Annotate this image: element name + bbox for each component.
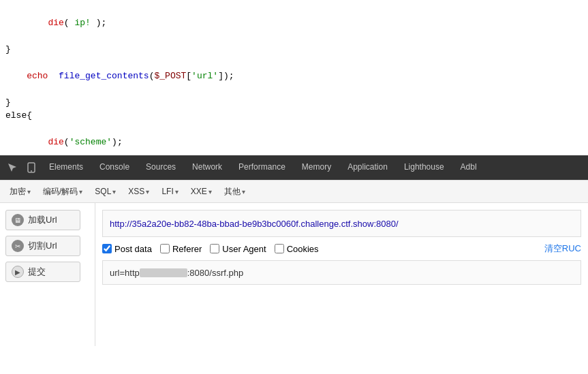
tab-application[interactable]: Application — [339, 155, 396, 180]
tab-network[interactable]: Network — [184, 155, 230, 180]
code-line: die( ip! ); — [5, 3, 583, 43]
other-arrow: ▾ — [242, 188, 245, 196]
lfi-button[interactable]: LFI ▾ — [157, 185, 182, 198]
encode-arrow: ▾ — [79, 188, 82, 196]
tab-lighthouse[interactable]: Lighthouse — [396, 155, 452, 180]
post-data-blurred — [140, 268, 187, 277]
xxe-arrow: ▾ — [208, 188, 212, 196]
post-data-suffix: :8080/ssrf.php — [187, 268, 243, 278]
submit-button[interactable]: ▶ 提交 — [5, 262, 80, 282]
sql-label: SQL — [95, 187, 111, 196]
tab-elements[interactable]: Elements — [41, 155, 91, 180]
tab-performance[interactable]: Performance — [230, 155, 294, 180]
cursor-icon[interactable] — [3, 158, 22, 177]
submit-icon: ▶ — [12, 266, 24, 278]
xxe-label: XXE — [191, 187, 207, 196]
referer-checkbox[interactable] — [160, 244, 170, 253]
cookies-option[interactable]: Cookies — [275, 244, 319, 254]
tab-console[interactable]: Console — [91, 155, 138, 180]
options-row: Post data Referer User Agent Cookies 清空R… — [102, 243, 581, 255]
code-line: die('scheme'); — [5, 123, 583, 156]
user-agent-checkbox[interactable] — [210, 244, 219, 253]
devtools-bar: Elements Console Sources Network Perform… — [0, 155, 588, 180]
code-line: } — [5, 96, 583, 110]
xss-button[interactable]: XSS ▾ — [124, 185, 153, 198]
url-value: http://35a2a20e-bb82-48ba-bbad-be9b3bc00… — [110, 219, 399, 229]
xxe-button[interactable]: XXE ▾ — [187, 185, 216, 198]
xss-label: XSS — [128, 187, 144, 196]
user-agent-label: User Agent — [222, 244, 266, 254]
cookies-checkbox[interactable] — [275, 244, 284, 253]
load-url-label: 加载Url — [28, 214, 57, 226]
user-agent-option[interactable]: User Agent — [210, 244, 266, 254]
post-data-checkbox[interactable] — [102, 244, 112, 253]
tab-sources[interactable]: Sources — [138, 155, 184, 180]
clear-ruc-button[interactable]: 清空RUC — [544, 243, 581, 255]
left-panel: 🖥 加载Url ✂ 切割Url ▶ 提交 — [0, 203, 95, 346]
url-input-box[interactable]: http://35a2a20e-bb82-48ba-bbad-be9b3bc00… — [102, 210, 581, 237]
other-label: 其他 — [224, 186, 241, 198]
toolbar: 加密 ▾ 编码/解码 ▾ SQL ▾ XSS ▾ LFI ▾ XXE ▾ 其他 … — [0, 180, 588, 203]
code-area: die( ip! ); } echo file_get_contents($_P… — [0, 0, 588, 155]
xss-arrow: ▾ — [146, 188, 149, 196]
encrypt-arrow: ▾ — [27, 188, 31, 196]
mobile-icon[interactable] — [22, 158, 41, 177]
sql-button[interactable]: SQL ▾ — [91, 185, 120, 198]
encrypt-button[interactable]: 加密 ▾ — [5, 185, 35, 199]
tab-memory[interactable]: Memory — [294, 155, 339, 180]
code-line: else{ — [5, 109, 583, 123]
encrypt-label: 加密 — [10, 186, 26, 198]
referer-label: Referer — [172, 244, 202, 254]
referer-option[interactable]: Referer — [160, 244, 202, 254]
post-data-prefix: url=http — [110, 268, 140, 278]
main-panel: 🖥 加载Url ✂ 切割Url ▶ 提交 http://35a2a20e-bb8… — [0, 203, 588, 346]
post-data-box[interactable]: url=http :8080/ssrf.php — [102, 260, 581, 285]
encode-button[interactable]: 编码/解码 ▾ — [39, 185, 87, 199]
lfi-arrow: ▾ — [175, 188, 179, 196]
cut-url-icon: ✂ — [12, 240, 24, 252]
cut-url-label: 切割Url — [28, 240, 57, 252]
svg-point-1 — [31, 170, 32, 172]
tab-adbl[interactable]: Adbl — [452, 155, 485, 180]
cookies-label: Cookies — [287, 244, 319, 254]
sql-arrow: ▾ — [112, 188, 116, 196]
right-panel: http://35a2a20e-bb82-48ba-bbad-be9b3bc00… — [95, 203, 588, 346]
load-url-button[interactable]: 🖥 加载Url — [5, 210, 80, 230]
post-data-option[interactable]: Post data — [102, 244, 152, 254]
other-button[interactable]: 其他 ▾ — [220, 185, 249, 199]
load-url-icon: 🖥 — [12, 214, 24, 226]
cut-url-button[interactable]: ✂ 切割Url — [5, 236, 80, 256]
encode-label: 编码/解码 — [43, 186, 78, 198]
code-line: echo file_get_contents($_POST['url']); — [5, 56, 583, 96]
code-line: } — [5, 43, 583, 57]
lfi-label: LFI — [161, 187, 173, 196]
post-data-label: Post data — [114, 244, 152, 254]
submit-label: 提交 — [28, 266, 46, 278]
